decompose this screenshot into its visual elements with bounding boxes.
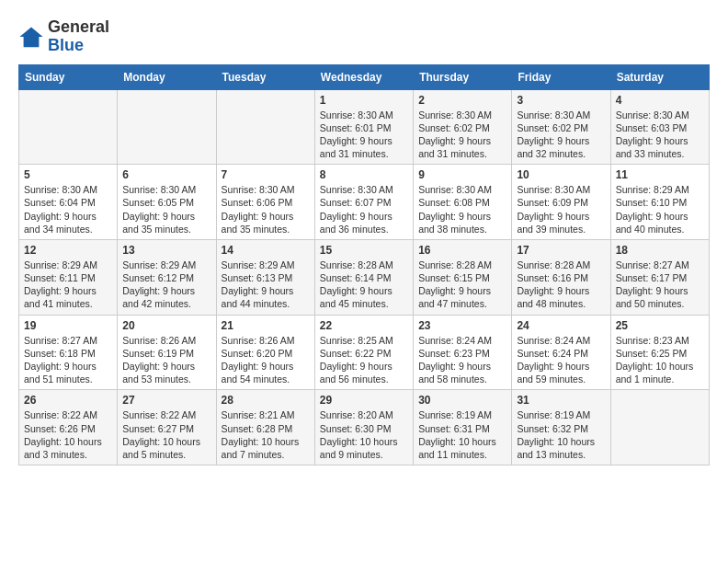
day-number: 14 xyxy=(222,244,310,257)
day-number: 23 xyxy=(418,319,506,332)
day-info: Sunrise: 8:29 AM Sunset: 6:11 PM Dayligh… xyxy=(24,259,112,311)
calendar-cell: 6Sunrise: 8:30 AM Sunset: 6:05 PM Daylig… xyxy=(118,165,216,240)
day-number: 7 xyxy=(222,168,310,181)
day-info: Sunrise: 8:23 AM Sunset: 6:25 PM Dayligh… xyxy=(616,334,704,386)
calendar-body: 1Sunrise: 8:30 AM Sunset: 6:01 PM Daylig… xyxy=(19,89,710,465)
day-info: Sunrise: 8:19 AM Sunset: 6:32 PM Dayligh… xyxy=(517,408,605,461)
weekday-monday: Monday xyxy=(118,64,216,89)
calendar-cell: 24Sunrise: 8:24 AM Sunset: 6:24 PM Dayli… xyxy=(512,315,610,390)
day-number: 2 xyxy=(418,94,506,107)
page-header: General Blue xyxy=(18,18,710,55)
day-info: Sunrise: 8:30 AM Sunset: 6:03 PM Dayligh… xyxy=(616,109,704,161)
day-number: 9 xyxy=(418,168,506,181)
day-number: 20 xyxy=(122,319,210,332)
day-number: 5 xyxy=(24,168,112,181)
day-info: Sunrise: 8:19 AM Sunset: 6:31 PM Dayligh… xyxy=(418,408,506,461)
day-info: Sunrise: 8:29 AM Sunset: 6:13 PM Dayligh… xyxy=(222,259,310,311)
calendar-cell: 14Sunrise: 8:29 AM Sunset: 6:13 PM Dayli… xyxy=(216,239,314,315)
calendar-cell xyxy=(216,89,314,165)
day-number: 27 xyxy=(122,394,210,407)
day-number: 26 xyxy=(24,394,112,407)
calendar-cell: 7Sunrise: 8:30 AM Sunset: 6:06 PM Daylig… xyxy=(216,165,314,240)
day-info: Sunrise: 8:22 AM Sunset: 6:27 PM Dayligh… xyxy=(122,408,210,461)
day-number: 19 xyxy=(24,319,112,332)
calendar-cell: 22Sunrise: 8:25 AM Sunset: 6:22 PM Dayli… xyxy=(314,315,413,390)
weekday-wednesday: Wednesday xyxy=(314,64,413,89)
calendar-cell: 21Sunrise: 8:26 AM Sunset: 6:20 PM Dayli… xyxy=(216,315,314,390)
logo-text: General Blue xyxy=(48,18,109,55)
day-info: Sunrise: 8:20 AM Sunset: 6:30 PM Dayligh… xyxy=(320,408,408,461)
day-info: Sunrise: 8:30 AM Sunset: 6:02 PM Dayligh… xyxy=(517,109,605,161)
calendar-week-5: 26Sunrise: 8:22 AM Sunset: 6:26 PM Dayli… xyxy=(19,390,710,465)
day-number: 4 xyxy=(616,94,704,107)
calendar-cell xyxy=(118,89,216,165)
calendar-week-3: 12Sunrise: 8:29 AM Sunset: 6:11 PM Dayli… xyxy=(19,239,710,315)
day-info: Sunrise: 8:27 AM Sunset: 6:17 PM Dayligh… xyxy=(616,259,704,311)
day-info: Sunrise: 8:28 AM Sunset: 6:14 PM Dayligh… xyxy=(320,259,408,311)
day-info: Sunrise: 8:24 AM Sunset: 6:24 PM Dayligh… xyxy=(517,334,605,386)
svg-marker-0 xyxy=(19,27,42,47)
calendar-cell: 18Sunrise: 8:27 AM Sunset: 6:17 PM Dayli… xyxy=(610,239,709,315)
day-number: 10 xyxy=(517,168,605,181)
calendar-cell: 10Sunrise: 8:30 AM Sunset: 6:09 PM Dayli… xyxy=(512,165,610,240)
calendar-week-2: 5Sunrise: 8:30 AM Sunset: 6:04 PM Daylig… xyxy=(19,165,710,240)
calendar-cell: 9Sunrise: 8:30 AM Sunset: 6:08 PM Daylig… xyxy=(414,165,512,240)
day-number: 17 xyxy=(517,244,605,257)
day-info: Sunrise: 8:21 AM Sunset: 6:28 PM Dayligh… xyxy=(222,408,310,461)
day-info: Sunrise: 8:29 AM Sunset: 6:10 PM Dayligh… xyxy=(616,183,704,236)
day-number: 6 xyxy=(122,168,210,181)
day-number: 22 xyxy=(320,319,408,332)
calendar-cell: 31Sunrise: 8:19 AM Sunset: 6:32 PM Dayli… xyxy=(512,390,610,465)
day-info: Sunrise: 8:28 AM Sunset: 6:16 PM Dayligh… xyxy=(517,259,605,311)
calendar-table: SundayMondayTuesdayWednesdayThursdayFrid… xyxy=(18,64,710,465)
logo: General Blue xyxy=(18,18,109,55)
calendar-cell: 17Sunrise: 8:28 AM Sunset: 6:16 PM Dayli… xyxy=(512,239,610,315)
calendar-cell: 1Sunrise: 8:30 AM Sunset: 6:01 PM Daylig… xyxy=(314,89,413,165)
weekday-saturday: Saturday xyxy=(610,64,709,89)
calendar-week-1: 1Sunrise: 8:30 AM Sunset: 6:01 PM Daylig… xyxy=(19,89,710,165)
weekday-thursday: Thursday xyxy=(414,64,512,89)
day-number: 18 xyxy=(616,244,704,257)
day-number: 8 xyxy=(320,168,408,181)
calendar-cell: 30Sunrise: 8:19 AM Sunset: 6:31 PM Dayli… xyxy=(414,390,512,465)
day-info: Sunrise: 8:28 AM Sunset: 6:15 PM Dayligh… xyxy=(418,259,506,311)
calendar-cell: 29Sunrise: 8:20 AM Sunset: 6:30 PM Dayli… xyxy=(314,390,413,465)
calendar-cell: 2Sunrise: 8:30 AM Sunset: 6:02 PM Daylig… xyxy=(414,89,512,165)
day-info: Sunrise: 8:30 AM Sunset: 6:01 PM Dayligh… xyxy=(320,109,408,161)
day-info: Sunrise: 8:26 AM Sunset: 6:19 PM Dayligh… xyxy=(122,334,210,386)
logo-icon xyxy=(18,24,44,50)
calendar-cell: 3Sunrise: 8:30 AM Sunset: 6:02 PM Daylig… xyxy=(512,89,610,165)
calendar-cell: 23Sunrise: 8:24 AM Sunset: 6:23 PM Dayli… xyxy=(414,315,512,390)
weekday-friday: Friday xyxy=(512,64,610,89)
day-number: 30 xyxy=(418,394,506,407)
day-number: 1 xyxy=(320,94,408,107)
day-number: 28 xyxy=(222,394,310,407)
day-number: 29 xyxy=(320,394,408,407)
day-info: Sunrise: 8:30 AM Sunset: 6:04 PM Dayligh… xyxy=(24,183,112,236)
calendar-cell xyxy=(19,89,118,165)
day-info: Sunrise: 8:30 AM Sunset: 6:02 PM Dayligh… xyxy=(418,109,506,161)
calendar-cell: 5Sunrise: 8:30 AM Sunset: 6:04 PM Daylig… xyxy=(19,165,118,240)
weekday-tuesday: Tuesday xyxy=(216,64,314,89)
day-info: Sunrise: 8:30 AM Sunset: 6:09 PM Dayligh… xyxy=(517,183,605,236)
calendar-cell: 11Sunrise: 8:29 AM Sunset: 6:10 PM Dayli… xyxy=(610,165,709,240)
day-info: Sunrise: 8:22 AM Sunset: 6:26 PM Dayligh… xyxy=(24,408,112,461)
day-info: Sunrise: 8:25 AM Sunset: 6:22 PM Dayligh… xyxy=(320,334,408,386)
day-info: Sunrise: 8:27 AM Sunset: 6:18 PM Dayligh… xyxy=(24,334,112,386)
day-number: 31 xyxy=(517,394,605,407)
calendar-cell: 4Sunrise: 8:30 AM Sunset: 6:03 PM Daylig… xyxy=(610,89,709,165)
calendar-cell: 15Sunrise: 8:28 AM Sunset: 6:14 PM Dayli… xyxy=(314,239,413,315)
calendar-cell: 28Sunrise: 8:21 AM Sunset: 6:28 PM Dayli… xyxy=(216,390,314,465)
day-info: Sunrise: 8:30 AM Sunset: 6:08 PM Dayligh… xyxy=(418,183,506,236)
day-number: 15 xyxy=(320,244,408,257)
day-number: 24 xyxy=(517,319,605,332)
day-number: 25 xyxy=(616,319,704,332)
day-info: Sunrise: 8:30 AM Sunset: 6:06 PM Dayligh… xyxy=(222,183,310,236)
weekday-sunday: Sunday xyxy=(19,64,118,89)
weekday-header-row: SundayMondayTuesdayWednesdayThursdayFrid… xyxy=(19,64,710,89)
day-number: 21 xyxy=(222,319,310,332)
calendar-cell: 25Sunrise: 8:23 AM Sunset: 6:25 PM Dayli… xyxy=(610,315,709,390)
calendar-cell: 16Sunrise: 8:28 AM Sunset: 6:15 PM Dayli… xyxy=(414,239,512,315)
calendar-cell: 19Sunrise: 8:27 AM Sunset: 6:18 PM Dayli… xyxy=(19,315,118,390)
calendar-header: SundayMondayTuesdayWednesdayThursdayFrid… xyxy=(19,64,710,89)
